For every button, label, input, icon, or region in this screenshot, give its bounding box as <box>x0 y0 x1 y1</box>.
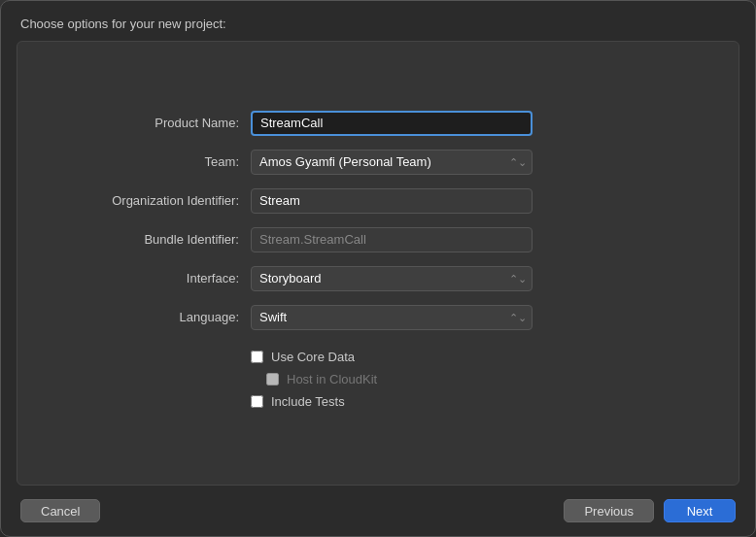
language-label: Language: <box>56 310 251 324</box>
header-title: Choose options for your new project: <box>20 17 226 31</box>
include-tests-row: Include Tests <box>251 394 700 409</box>
previous-button[interactable]: Previous <box>564 499 654 522</box>
interface-row: Interface: Storyboard SwiftUI ⌃⌄ <box>56 266 700 291</box>
language-select-wrapper: Swift Objective-C ⌃⌄ <box>251 305 533 330</box>
use-core-data-label[interactable]: Use Core Data <box>271 350 355 364</box>
team-row: Team: Amos Gyamfi (Personal Team) ⌃⌄ <box>56 150 700 175</box>
cancel-button[interactable]: Cancel <box>20 499 100 522</box>
window-header: Choose options for your new project: <box>1 1 755 41</box>
bundle-identifier-label: Bundle Identifier: <box>56 232 251 247</box>
interface-select[interactable]: Storyboard SwiftUI <box>251 266 533 291</box>
product-name-label: Product Name: <box>56 116 251 130</box>
use-core-data-checkbox[interactable] <box>251 351 263 363</box>
team-select-wrapper: Amos Gyamfi (Personal Team) ⌃⌄ <box>251 150 533 175</box>
org-identifier-label: Organization Identifier: <box>56 193 251 208</box>
org-identifier-row: Organization Identifier: <box>56 188 700 214</box>
use-core-data-row: Use Core Data <box>251 350 700 364</box>
form-content-area: Product Name: Team: Amos Gyamfi (Persona… <box>17 41 739 486</box>
host-in-cloudkit-label: Host in CloudKit <box>287 372 377 386</box>
language-row: Language: Swift Objective-C ⌃⌄ <box>56 305 700 330</box>
host-in-cloudkit-checkbox <box>266 373 279 386</box>
product-name-row: Product Name: <box>56 111 700 136</box>
bundle-identifier-input <box>251 227 533 252</box>
product-name-input[interactable] <box>251 111 533 136</box>
include-tests-checkbox[interactable] <box>251 395 263 408</box>
footer-right-buttons: Previous Next <box>564 499 736 522</box>
project-options-form: Product Name: Team: Amos Gyamfi (Persona… <box>17 82 739 446</box>
team-label: Team: <box>56 154 251 169</box>
bundle-identifier-row: Bundle Identifier: <box>56 227 700 252</box>
language-select[interactable]: Swift Objective-C <box>251 305 533 330</box>
team-select[interactable]: Amos Gyamfi (Personal Team) <box>251 150 533 175</box>
host-in-cloudkit-row: Host in CloudKit <box>266 372 700 386</box>
interface-label: Interface: <box>56 271 251 285</box>
window-footer: Cancel Previous Next <box>1 486 755 536</box>
org-identifier-input[interactable] <box>251 188 533 214</box>
checkboxes-area: Use Core Data Host in CloudKit Include T… <box>251 344 700 409</box>
next-button[interactable]: Next <box>664 499 736 522</box>
interface-select-wrapper: Storyboard SwiftUI ⌃⌄ <box>251 266 533 291</box>
xcode-new-project-window: Choose options for your new project: Pro… <box>0 0 756 537</box>
include-tests-label[interactable]: Include Tests <box>271 394 345 409</box>
